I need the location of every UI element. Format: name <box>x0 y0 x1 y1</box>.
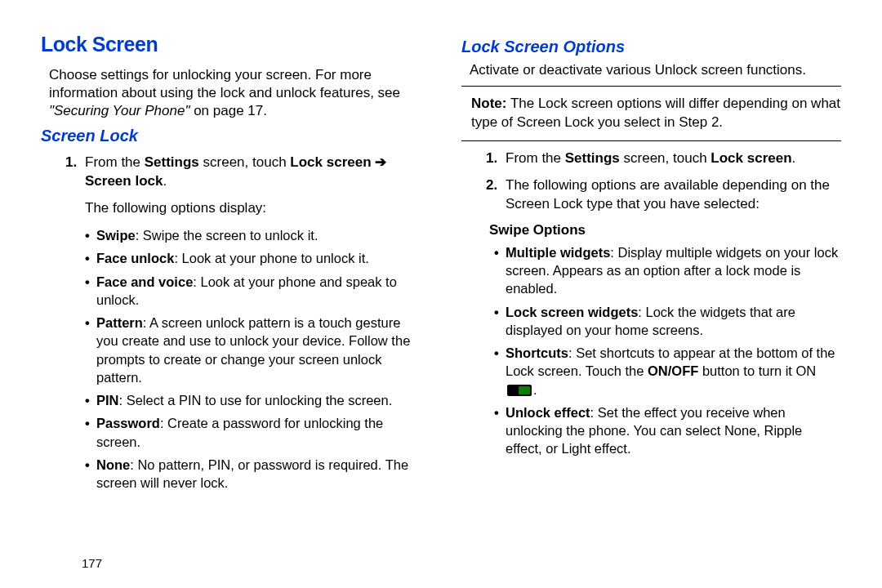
bullet-term: Password <box>96 416 160 430</box>
t-bold: Settings <box>145 154 199 170</box>
t: screen, touch <box>199 154 291 170</box>
list-item: Unlock effect: Set the effect you receiv… <box>494 403 841 458</box>
right-step-2: 2. The following options are available d… <box>461 176 841 214</box>
left-column: Lock Screen Choose settings for unlockin… <box>41 33 421 572</box>
bullet-term: Shortcuts <box>506 345 568 360</box>
t-bold: Settings <box>565 150 620 166</box>
left-subpara: The following options display: <box>41 199 421 218</box>
bullet-term: Lock screen widgets <box>506 305 638 319</box>
arrow-icon: ➔ <box>372 154 387 170</box>
bullet-desc: : Select a PIN to use for unlocking the … <box>119 393 393 408</box>
page-number: 177 <box>82 556 102 570</box>
bullet-desc: button to turn it ON <box>698 363 816 378</box>
t: . <box>163 173 167 189</box>
heading-lock-screen-options: Lock Screen Options <box>461 38 841 56</box>
list-item: Pattern: A screen unlock pattern is a to… <box>85 314 421 386</box>
list-item: PIN: Select a PIN to use for unlocking t… <box>85 391 421 409</box>
step-number: 2. <box>486 176 506 214</box>
intro-text-a: Choose settings for unlocking your scree… <box>49 67 400 100</box>
bullet-term: Face and voice <box>96 274 193 289</box>
step-number: 1. <box>486 149 506 168</box>
t: screen, touch <box>620 150 711 166</box>
bullet-term: Swipe <box>96 228 136 243</box>
onoff-label: ON/OFF <box>648 363 698 378</box>
right-step-1: 1. From the Settings screen, touch Lock … <box>461 149 841 168</box>
bullet-term: Unlock effect <box>506 405 590 420</box>
toggle-on-icon: ON <box>507 385 532 396</box>
note-block: Note: The Lock screen options will diffe… <box>461 95 841 132</box>
list-item: Password: Create a password for unlockin… <box>85 414 421 451</box>
intro-paragraph: Choose settings for unlocking your scree… <box>41 66 421 120</box>
list-item: Shortcuts: Set shortcuts to appear at th… <box>494 344 841 399</box>
divider <box>461 140 841 141</box>
step-text: From the Settings screen, touch Lock scr… <box>506 149 841 168</box>
bullet-term: Pattern <box>96 315 143 330</box>
bullet-desc: : Look at your phone to unlock it. <box>174 251 369 265</box>
step-text: The following options are available depe… <box>506 176 841 214</box>
t: From the <box>85 154 145 170</box>
right-column: Lock Screen Options Activate or deactiva… <box>461 33 841 572</box>
t: . <box>792 150 796 166</box>
t-bold: Lock screen <box>290 154 371 170</box>
right-bullets: Multiple widgets: Display multiple widge… <box>461 243 841 458</box>
bullet-term: Multiple widgets <box>506 245 610 260</box>
heading-screen-lock: Screen Lock <box>41 127 421 145</box>
bullet-desc: : No pattern, PIN, or password is requir… <box>96 457 408 490</box>
list-item: Face unlock: Look at your phone to unloc… <box>85 249 421 267</box>
t: From the <box>506 150 565 166</box>
bullet-term: Face unlock <box>96 251 174 265</box>
step-number: 1. <box>65 154 85 191</box>
bullet-term: PIN <box>96 393 119 408</box>
right-intro: Activate or deactivate various Unlock sc… <box>461 61 841 79</box>
list-item: None: No pattern, PIN, or password is re… <box>85 456 421 492</box>
note-text: The Lock screen options will differ depe… <box>471 96 840 130</box>
heading-lock-screen: Lock Screen <box>41 33 421 56</box>
t-bold: Screen lock <box>85 173 163 189</box>
note-label: Note: <box>471 96 506 111</box>
swipe-options-heading: Swipe Options <box>461 222 841 238</box>
list-item: Lock screen widgets: Lock the widgets th… <box>494 303 841 340</box>
intro-text-b: on page 17. <box>189 103 267 118</box>
list-item: Swipe: Swipe the screen to unlock it. <box>85 226 421 244</box>
divider <box>461 86 841 87</box>
bullet-desc: : A screen unlock pattern is a touch ges… <box>96 315 410 385</box>
bullet-desc: . <box>533 382 537 397</box>
bullet-term: None <box>96 457 130 472</box>
step-text: From the Settings screen, touch Lock scr… <box>85 154 421 191</box>
list-item: Face and voice: Look at your phone and s… <box>85 273 421 310</box>
left-step-1: 1. From the Settings screen, touch Lock … <box>41 154 421 191</box>
toggle-on-label: ON <box>521 385 529 392</box>
left-bullets: Swipe: Swipe the screen to unlock it. Fa… <box>41 226 421 492</box>
t-bold: Lock screen <box>710 150 791 166</box>
intro-ref: "Securing Your Phone" <box>49 103 189 118</box>
bullet-desc: : Swipe the screen to unlock it. <box>136 228 318 243</box>
list-item: Multiple widgets: Display multiple widge… <box>494 243 841 298</box>
